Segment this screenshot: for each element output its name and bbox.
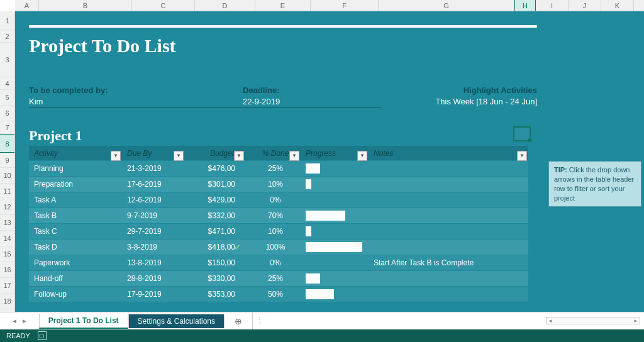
deadline-value[interactable]: 22-9-2019	[243, 97, 381, 108]
cell-progress[interactable]	[301, 273, 369, 284]
row-header-12[interactable]: 12	[0, 199, 14, 215]
row-header-8[interactable]: 8	[0, 134, 14, 153]
column-header-B[interactable]: B	[39, 0, 132, 11]
completed-by-value[interactable]: Kim	[29, 97, 243, 108]
cell-due[interactable]: 17-9-2019	[122, 290, 185, 299]
cell-due[interactable]: 17-6-2019	[122, 180, 185, 189]
table-row[interactable]: Paperwork13-8-2019$150,000%Start After T…	[29, 255, 528, 271]
cell-budget[interactable]: $471,00	[185, 227, 245, 236]
row-header-9[interactable]: 9	[0, 153, 14, 168]
cell-activity[interactable]: Task A	[29, 196, 122, 204]
cell-done[interactable]: 50%	[245, 290, 301, 299]
filter-dropdown-icon[interactable]: ▼	[174, 151, 184, 161]
cell-activity[interactable]: Paperwork	[29, 258, 122, 267]
column-header-E[interactable]: E	[255, 0, 311, 11]
filter-dropdown-icon[interactable]: ▼	[111, 151, 121, 161]
cell-budget[interactable]: $330,00	[185, 274, 245, 283]
filter-dropdown-icon[interactable]: ▼	[234, 151, 244, 161]
table-row[interactable]: Follow-up17-9-2019$353,0050%	[29, 287, 528, 302]
cell-due[interactable]: 12-6-2019	[122, 196, 185, 204]
row-header-5[interactable]: 5	[0, 90, 14, 106]
column-header-F[interactable]: F	[311, 0, 379, 11]
cell-budget[interactable]: $429,00	[185, 196, 245, 204]
filter-dropdown-icon[interactable]: ▼	[517, 151, 527, 161]
filter-dropdown-icon[interactable]: ▼	[357, 151, 367, 161]
column-header-J[interactable]: J	[569, 0, 601, 11]
cell-progress[interactable]	[301, 242, 369, 252]
row-header-10[interactable]: 10	[0, 168, 14, 184]
cell-done[interactable]: 10%	[245, 227, 301, 236]
row-header-15[interactable]: 15	[0, 246, 14, 262]
row-header-1[interactable]: 1	[0, 11, 14, 30]
highlight-value[interactable]: This Week [18 Jun - 24 Jun]	[381, 97, 537, 108]
cell-progress[interactable]	[301, 163, 369, 174]
cell-activity[interactable]: Task D	[29, 243, 122, 251]
cell-progress[interactable]	[301, 289, 369, 299]
cell-budget[interactable]: $332,00	[185, 211, 245, 220]
column-header-D[interactable]: D	[195, 0, 255, 11]
tab-prev-icon[interactable]: ◄	[11, 317, 18, 324]
table-row[interactable]: Preparation17-6-2019$301,0010%	[29, 177, 528, 192]
cell-due[interactable]: 29-7-2019	[122, 227, 185, 236]
cell-done[interactable]: 0%	[245, 196, 301, 204]
cell-due[interactable]: 13-8-2019	[122, 258, 185, 267]
add-sheet-button[interactable]: ⊕	[231, 316, 246, 327]
cell-activity[interactable]: Planning	[29, 164, 122, 173]
worksheet-canvas[interactable]: Project To Do List To be completed by: K…	[15, 11, 644, 312]
cell-due[interactable]: 3-8-2019	[122, 243, 185, 251]
cell-done[interactable]: 25%	[245, 164, 301, 173]
sheet-tab-settings[interactable]: Settings & Calculations	[128, 314, 225, 328]
row-header-14[interactable]: 14	[0, 231, 14, 246]
row-header-18[interactable]: 18	[0, 294, 14, 309]
cell-done[interactable]: 10%	[245, 180, 301, 189]
cell-activity[interactable]: Task B	[29, 211, 122, 220]
cell-progress[interactable]	[301, 226, 369, 236]
macro-record-icon[interactable]: ▢	[38, 331, 47, 340]
row-header-6[interactable]: 6	[0, 106, 14, 121]
horizontal-scrollbar[interactable]	[546, 317, 640, 324]
cell-done[interactable]: 25%	[245, 274, 301, 283]
column-header-G[interactable]: G	[379, 0, 514, 11]
table-row[interactable]: Hand-off28-8-2019$330,0025%	[29, 271, 528, 287]
cell-activity[interactable]: Hand-off	[29, 274, 122, 283]
cell-activity[interactable]: Preparation	[29, 180, 122, 189]
cell-activity[interactable]: Follow-up	[29, 290, 122, 299]
sheet-tab-active[interactable]: Project 1 To Do List	[39, 314, 128, 329]
tab-nav-arrows[interactable]: ◄ ►	[0, 317, 39, 324]
table-row[interactable]: Task D3-8-2019$418,00✔100%	[29, 240, 528, 255]
column-header-A[interactable]: A	[15, 0, 39, 11]
row-header-16[interactable]: 16	[0, 262, 14, 278]
table-row[interactable]: Task B9-7-2019$332,0070%	[29, 208, 528, 224]
tab-next-icon[interactable]: ►	[21, 317, 28, 324]
row-header-4[interactable]: 4	[0, 77, 14, 90]
cell-notes[interactable]: Start After Task B is Complete	[369, 258, 528, 267]
row-header-2[interactable]: 2	[0, 30, 14, 43]
column-header-I[interactable]: I	[536, 0, 569, 11]
column-header-K[interactable]: K	[601, 0, 634, 11]
cell-budget[interactable]: $476,00	[185, 164, 245, 173]
column-header-C[interactable]: C	[132, 0, 195, 11]
cell-due[interactable]: 9-7-2019	[122, 211, 185, 220]
cell-done[interactable]: ✔100%	[245, 243, 301, 251]
table-row[interactable]: Task C29-7-2019$471,0010%	[29, 224, 528, 240]
cell-progress[interactable]	[301, 195, 369, 205]
cell-done[interactable]: 70%	[245, 211, 301, 220]
cell-progress[interactable]	[301, 258, 369, 268]
table-row[interactable]: Task A12-6-2019$429,000%	[29, 192, 528, 208]
cell-done[interactable]: 0%	[245, 258, 301, 267]
cell-due[interactable]: 21-3-2019	[122, 164, 185, 173]
cell-budget[interactable]: $301,00	[185, 180, 245, 189]
cell-budget[interactable]: $353,00	[185, 290, 245, 299]
row-header-7[interactable]: 7	[0, 121, 14, 134]
row-header-13[interactable]: 13	[0, 215, 14, 231]
row-header-3[interactable]: 3	[0, 43, 14, 77]
filter-dropdown-icon[interactable]: ▼	[289, 151, 299, 161]
cell-progress[interactable]	[301, 179, 369, 189]
cell-due[interactable]: 28-8-2019	[122, 274, 185, 283]
cell-progress[interactable]	[301, 211, 369, 221]
cell-budget[interactable]: $150,00	[185, 258, 245, 267]
row-header-11[interactable]: 11	[0, 184, 14, 199]
table-row[interactable]: Planning21-3-2019$476,0025%	[29, 161, 528, 177]
row-header-17[interactable]: 17	[0, 278, 14, 294]
column-header-H[interactable]: H	[514, 0, 536, 11]
